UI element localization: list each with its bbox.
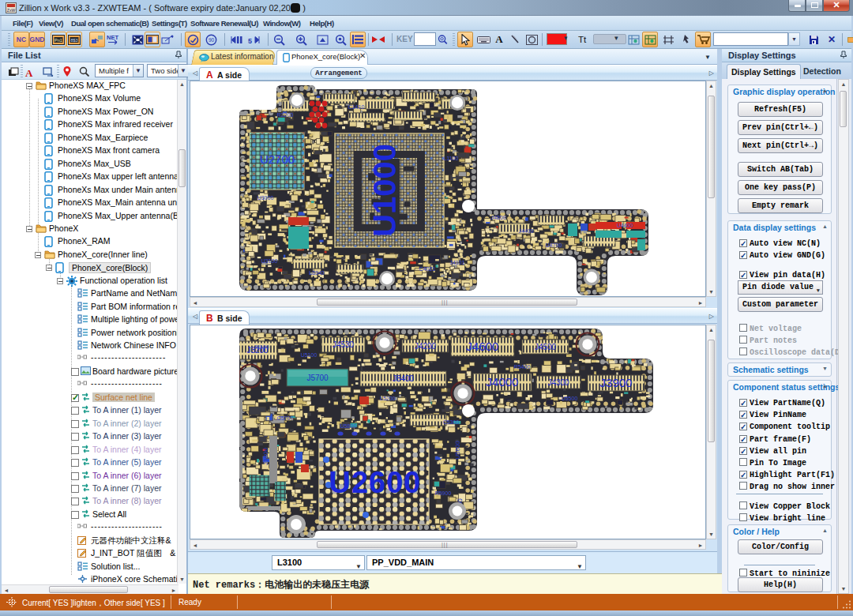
svg-text:J4530: J4530 bbox=[333, 340, 355, 349]
svg-text:U2700: U2700 bbox=[260, 152, 295, 166]
svg-text:C1410: C1410 bbox=[348, 104, 365, 110]
svg-text:ZxW: ZxW bbox=[7, 8, 16, 13]
svg-text:J5700: J5700 bbox=[306, 374, 329, 382]
svg-text:J4500: J4500 bbox=[535, 343, 557, 351]
svg-text:5: 5 bbox=[248, 37, 252, 45]
svg-text:L5600: L5600 bbox=[609, 344, 625, 350]
svg-text:R2200: R2200 bbox=[277, 112, 294, 118]
svg-text:J8400: J8400 bbox=[393, 374, 415, 383]
svg-text:U3000: U3000 bbox=[257, 195, 274, 201]
svg-text:J3100: J3100 bbox=[254, 344, 269, 350]
svg-text:J3900: J3900 bbox=[600, 376, 633, 389]
svg-text:R5400: R5400 bbox=[514, 364, 531, 370]
svg-text:8$3: 8$3 bbox=[70, 37, 77, 42]
svg-text:U2600: U2600 bbox=[329, 466, 422, 499]
svg-text:J4800: J4800 bbox=[490, 215, 505, 220]
svg-text:U4400: U4400 bbox=[617, 223, 633, 228]
svg-text:J4101: J4101 bbox=[449, 260, 464, 265]
svg-text:U5600: U5600 bbox=[454, 441, 461, 460]
svg-text:J4300: J4300 bbox=[547, 378, 569, 387]
svg-text:U5500: U5500 bbox=[562, 396, 578, 401]
svg-text:Pn1: Pn1 bbox=[54, 37, 62, 42]
svg-text:J4400: J4400 bbox=[518, 228, 533, 234]
svg-text:J4200: J4200 bbox=[415, 342, 437, 351]
svg-text:U1000: U1000 bbox=[367, 144, 402, 237]
svg-text:C5700: C5700 bbox=[277, 415, 294, 421]
svg-text:C4021: C4021 bbox=[419, 266, 436, 272]
svg-text:R5900: R5900 bbox=[435, 490, 452, 496]
svg-text:L1100: L1100 bbox=[444, 156, 459, 161]
svg-text:NET: NET bbox=[107, 34, 118, 41]
svg-text:90: 90 bbox=[208, 37, 214, 43]
svg-text:U5100: U5100 bbox=[301, 352, 318, 358]
svg-text:U3100: U3100 bbox=[261, 258, 278, 264]
svg-text:L5200: L5200 bbox=[380, 396, 396, 401]
svg-text:J4000: J4000 bbox=[487, 375, 519, 389]
svg-text:J4600: J4600 bbox=[467, 340, 499, 353]
svg-text:C5300: C5300 bbox=[443, 419, 460, 425]
svg-text:J3800: J3800 bbox=[262, 448, 269, 465]
svg-text:U4700: U4700 bbox=[546, 242, 562, 248]
svg-text:L3340: L3340 bbox=[309, 270, 325, 276]
svg-text:U5800: U5800 bbox=[340, 423, 357, 429]
